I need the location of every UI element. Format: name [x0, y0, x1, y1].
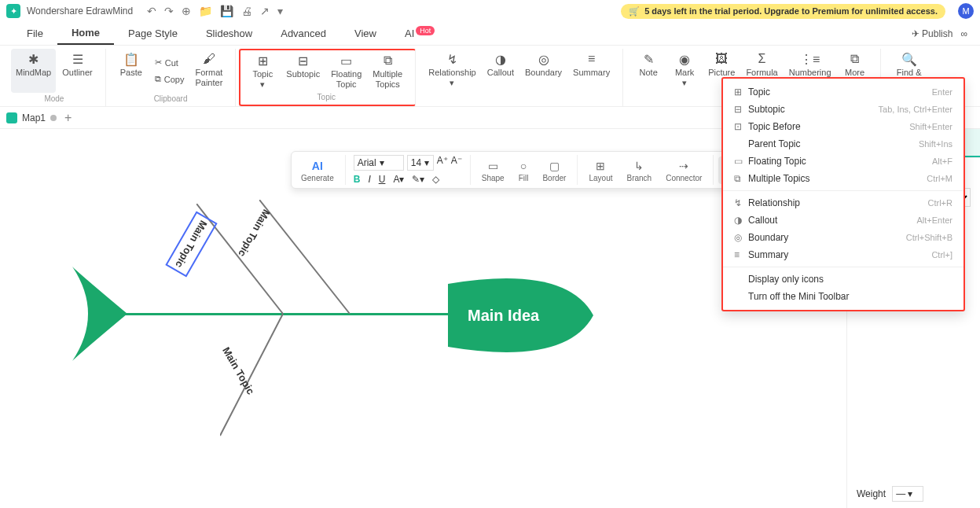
menu-advanced[interactable]: Advanced — [266, 23, 340, 44]
cart-icon: 🛒 — [629, 6, 640, 17]
underline-button[interactable]: U — [379, 174, 386, 185]
menu-view[interactable]: View — [340, 23, 391, 44]
undo-icon[interactable]: ↶ — [147, 5, 156, 17]
doc-icon — [6, 112, 17, 123]
redo-icon[interactable]: ↷ — [164, 5, 174, 17]
weight-select[interactable]: — ▾ — [892, 486, 923, 502]
unsaved-dot-icon — [50, 115, 57, 121]
publish-button[interactable]: ✈ Publish — [912, 28, 953, 39]
main-idea-label: Main Idea — [468, 307, 540, 324]
fish-head[interactable]: Main Idea — [448, 272, 597, 359]
user-avatar[interactable]: M — [958, 3, 974, 19]
bold-button[interactable]: B — [354, 174, 361, 185]
open-icon[interactable]: 📁 — [199, 5, 212, 17]
save-icon[interactable]: 💾 — [220, 5, 233, 17]
topic-group-highlight: ⊞Topic▾ ⊟Subtopic ▭Floating Topic ⧉Multi… — [239, 49, 416, 106]
mini-toolbar: AIGenerate Arial ▾ 14 ▾ A⁺ A⁻ B I U A▾ ✎… — [291, 151, 773, 189]
ctx-floating-topic[interactable]: ▭Floating TopicAlt+F — [723, 153, 963, 170]
copy-button[interactable]: ⧉ Copy — [150, 72, 189, 86]
trial-banner[interactable]: 🛒 5 days left in the trial period. Upgra… — [621, 4, 945, 19]
ctx-turn-off-the-mini-toolbar[interactable]: Turn off the Mini Toolbar — [723, 288, 963, 305]
shape-button[interactable]: ▭Shape — [475, 156, 511, 184]
branch-button[interactable]: ↳Branch — [620, 156, 658, 184]
floating-topic-button[interactable]: ▭Floating Topic — [326, 50, 366, 91]
canvas[interactable]: AIGenerate Arial ▾ 14 ▾ A⁺ A⁻ B I U A▾ ✎… — [0, 129, 846, 508]
mindmap-mode-button[interactable]: ✱MindMap — [11, 49, 56, 93]
ai-generate-button[interactable]: AIGenerate — [295, 156, 340, 184]
font-family-select[interactable]: Arial ▾ — [354, 155, 404, 171]
ctx-boundary[interactable]: ◎BoundaryCtrl+Shift+B — [723, 229, 963, 246]
border-button[interactable]: ▢Border — [536, 156, 572, 184]
mark-button[interactable]: ◉Mark▾ — [667, 49, 702, 93]
menu-home[interactable]: Home — [57, 22, 114, 45]
weight-label: Weight — [857, 488, 886, 499]
dropdown-icon[interactable]: ▾ — [277, 5, 283, 17]
share-icon[interactable]: ∞ — [960, 28, 967, 39]
context-menu: ⊞TopicEnter⊟SubtopicTab, Ins, Ctrl+Enter… — [721, 77, 965, 311]
ctx-parent-topic[interactable]: Parent TopicShift+Ins — [723, 135, 963, 153]
font-size-select[interactable]: 14 ▾ — [407, 155, 434, 171]
subtopic-button[interactable]: ⊟Subtopic — [281, 50, 325, 91]
highlight-button[interactable]: ✎▾ — [412, 174, 424, 185]
menu-file[interactable]: File — [13, 23, 57, 44]
ctx-multiple-topics[interactable]: ⧉Multiple TopicsCtrl+M — [723, 170, 963, 187]
app-title: Wondershare EdrawMind — [27, 6, 133, 17]
outliner-mode-button[interactable]: ☰Outliner — [57, 49, 97, 93]
menu-page-style[interactable]: Page Style — [114, 23, 192, 44]
bone-2 — [259, 200, 432, 318]
ctx-display-only-icons[interactable]: Display only icons — [723, 271, 963, 288]
document-tab[interactable]: Map1 — [6, 112, 57, 123]
font-color-button[interactable]: A▾ — [393, 174, 404, 185]
boundary-button[interactable]: ◎Boundary — [520, 49, 567, 93]
note-button[interactable]: ✎Note — [631, 49, 666, 93]
font-shrink-icon[interactable]: A⁻ — [451, 155, 462, 171]
menu-ai[interactable]: AIHot — [391, 23, 449, 44]
relationship-button[interactable]: ↯Relationship▾ — [424, 49, 481, 93]
menu-slideshow[interactable]: Slideshow — [192, 23, 266, 44]
layout-button[interactable]: ⊞Layout — [582, 156, 618, 184]
ctx-summary[interactable]: ≡SummaryCtrl+] — [723, 246, 963, 263]
new-icon[interactable]: ⊕ — [182, 5, 191, 17]
cut-button[interactable]: ✂ Cut — [150, 56, 189, 69]
ctx-topic[interactable]: ⊞TopicEnter — [723, 83, 963, 101]
clear-format-button[interactable]: ◇ — [432, 174, 439, 185]
italic-button[interactable]: I — [368, 174, 370, 185]
paste-button[interactable]: 📋Paste — [114, 49, 149, 93]
export-icon[interactable]: ↗ — [260, 5, 270, 17]
ctx-topic-before[interactable]: ⊡Topic BeforeShift+Enter — [723, 118, 963, 135]
ctx-relationship[interactable]: ↯RelationshipCtrl+R — [723, 194, 963, 212]
connector-button[interactable]: ⇢Connector — [659, 156, 708, 184]
ctx-callout[interactable]: ◑CalloutAlt+Enter — [723, 212, 963, 229]
multiple-topics-button[interactable]: ⧉Multiple Topics — [368, 50, 407, 91]
font-grow-icon[interactable]: A⁺ — [437, 155, 448, 171]
fill-button[interactable]: ○Fill — [512, 156, 535, 184]
app-logo: ✦ — [6, 4, 20, 18]
topic-button[interactable]: ⊞Topic▾ — [245, 50, 280, 91]
print-icon[interactable]: 🖨 — [241, 5, 252, 17]
format-painter-button[interactable]: 🖌Format Painter — [190, 49, 227, 93]
callout-button[interactable]: ◑Callout — [483, 49, 519, 93]
summary-button[interactable]: ≡Summary — [568, 49, 615, 93]
new-tab-button[interactable]: + — [64, 111, 72, 125]
ctx-subtopic[interactable]: ⊟SubtopicTab, Ins, Ctrl+Enter — [723, 101, 963, 118]
